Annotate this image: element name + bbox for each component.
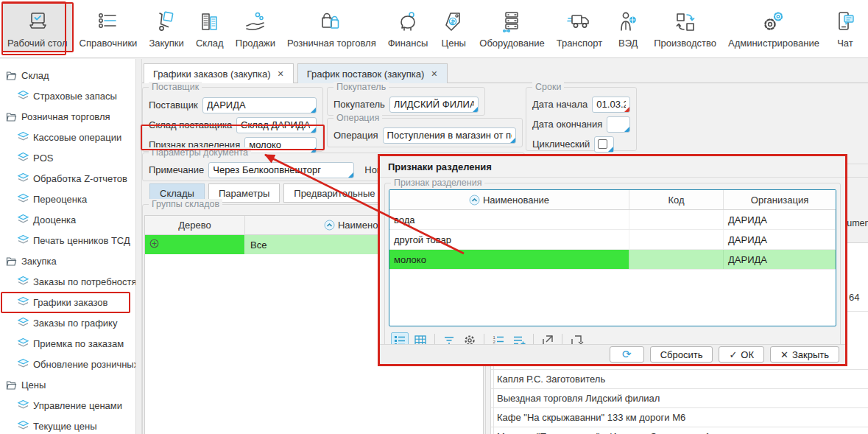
sidebar-item[interactable]: Дооценка [0, 209, 135, 230]
sidebar-item[interactable]: Обновление розничных [0, 354, 135, 374]
background-table-row[interactable]: Кафе "На скрыжаванни" 133 км дороги М6 [491, 408, 868, 427]
column-header-name[interactable]: Наименование [389, 190, 629, 209]
tab-close-icon[interactable]: ✕ [278, 69, 284, 79]
sidebar-item[interactable]: Заказы по графику [0, 312, 135, 333]
dropdown-corner-icon [510, 138, 515, 143]
end-date-input[interactable] [607, 116, 630, 133]
start-date-label: Дата начала [532, 99, 588, 110]
toolbar-item-desktop[interactable]: Рабочий стол [1, 2, 74, 52]
toolbar-item-label: Закупки [149, 38, 183, 49]
toolbar-item-transport[interactable]: Транспорт [551, 2, 609, 52]
start-date-input[interactable]: 01.03.20 [592, 97, 630, 113]
doc-params-group-title: Параметры документа [149, 147, 251, 158]
toolbar-item-label: Цены [442, 38, 466, 49]
folder-icon [5, 69, 18, 81]
toolbar-item-label: Розничная торговля [287, 38, 376, 49]
background-table-row[interactable]: Выездная торговля Лидский филиал [491, 389, 868, 408]
toolbar-item-sales[interactable]: Продажи [230, 2, 281, 52]
administration-icon [760, 7, 788, 37]
equipment-icon [498, 7, 526, 37]
background-table-row[interactable]: Капля Р.С. Заготовитель [491, 370, 868, 389]
sidebar-item[interactable]: Розничная торговля [0, 106, 135, 127]
dialog-table-row[interactable]: водаДАРИДА [389, 210, 836, 230]
sidebar-item[interactable]: Приемка по заказам [0, 333, 135, 354]
toolbar-item-equipment[interactable]: Оборудование [473, 2, 550, 52]
sidebar-item-label: Цены [21, 379, 46, 391]
sidebar-item[interactable]: Печать ценников ТСД [0, 230, 135, 251]
tree-expander-cell[interactable] [145, 235, 245, 254]
close-button[interactable]: ✕Закрыть [770, 346, 839, 363]
toolbar-item-administration[interactable]: Администрирование [722, 2, 825, 52]
reset-button[interactable]: Сбросить [650, 346, 713, 363]
tab-close-icon[interactable]: ✕ [431, 69, 437, 79]
operation-label: Операция [334, 130, 378, 141]
cell-code [629, 230, 724, 249]
sidebar-item[interactable]: Графики заказов [0, 292, 135, 312]
toolbar-item-chat[interactable]: Чат [825, 2, 865, 52]
toolbar-item-catalog[interactable]: Справочники [74, 2, 144, 52]
sidebar-item[interactable]: Страховые запасы [0, 85, 135, 106]
ok-button[interactable]: ✓ОК [719, 346, 764, 363]
refresh-icon: ⟳ [622, 348, 632, 361]
dialog-group: Признак разделения Наименование Код Орга… [384, 183, 841, 346]
toolbar-item-purchases[interactable]: Закупки [143, 2, 189, 52]
sidebar-scrollbar[interactable] [135, 59, 142, 434]
toolbar-item-label: Транспорт [557, 38, 603, 49]
layers-icon [17, 193, 30, 205]
sidebar-item[interactable]: Закупка [0, 251, 135, 271]
supplier-warehouse-input[interactable]: Склад ДАРИДА [236, 117, 317, 133]
column-header-org[interactable]: Организация [724, 190, 836, 209]
cell-name: молоко [389, 250, 629, 269]
operation-input[interactable]: Поступления в магазин от поставщика [383, 127, 516, 144]
layers-icon [17, 234, 30, 246]
toolbar-item-production[interactable]: Производство [648, 2, 722, 52]
toolbar-item-retail[interactable]: Розничная торговля [281, 2, 382, 52]
sidebar-item[interactable]: Цены [0, 374, 135, 395]
sidebar-item[interactable]: Обработка Z-отчетов [0, 168, 135, 189]
toolbar-item-warehouse[interactable]: Склад [190, 2, 230, 52]
layers-icon [17, 214, 30, 225]
sidebar-item-label: Обновление розничных [33, 359, 135, 370]
sidebar-item[interactable]: POS [0, 147, 135, 168]
sort-asc-icon [469, 195, 480, 206]
sidebar-item-label: Дооценка [33, 214, 76, 225]
supplier-input[interactable]: ДАРИДА [202, 97, 317, 113]
desktop-icon [24, 7, 52, 37]
toolbar-item-finance[interactable]: Финансы [382, 2, 434, 52]
refresh-button[interactable]: ⟳ [610, 346, 644, 363]
transport-icon [565, 7, 593, 37]
sidebar-item[interactable]: Кассовые операции [0, 127, 135, 147]
sidebar-tree: СкладСтраховые запасыРозничная торговляК… [0, 59, 135, 434]
toolbar-item-account[interactable]: Учётная запис [865, 2, 868, 52]
division-sign-input[interactable]: молоко [244, 137, 317, 153]
buyer-group-title: Покупатель [334, 82, 389, 92]
expand-plus-icon[interactable] [149, 239, 159, 251]
sidebar-item[interactable]: Заказы по потребностям [0, 271, 135, 292]
dialog-footer: ⟳ Сбросить ✓ОК ✕Закрыть [380, 344, 845, 364]
sidebar-item[interactable]: Переоценка [0, 189, 135, 209]
note-input[interactable]: Через Белкоопвнешторг [208, 162, 354, 178]
layers-icon [17, 317, 30, 329]
background-table-row[interactable]: Магазин "Промтовары" г. Ивье ул. Энгельс… [491, 427, 868, 434]
column-header-code[interactable]: Код [629, 190, 724, 209]
toolbar-item-foreign-trade[interactable]: ВЭД [608, 2, 648, 52]
dropdown-corner-icon [608, 147, 613, 152]
toolbar-item-prices[interactable]: Цены [434, 2, 473, 52]
sidebar-item-label: Текущие цены [33, 421, 97, 432]
sidebar-item[interactable]: Текущие цены [0, 416, 135, 434]
column-header-tree[interactable]: Дерево [145, 216, 245, 234]
dropdown-corner-icon [624, 127, 629, 132]
sidebar-item[interactable]: Склад [0, 65, 135, 85]
layers-icon [17, 420, 30, 432]
buyer-input[interactable]: ЛИДСКИЙ ФИЛИАЛ ГРО [389, 97, 479, 113]
cyclic-checkbox[interactable] [594, 136, 614, 153]
dialog-table-row[interactable]: другой товарДАРИДА [389, 230, 836, 250]
toolbar: Рабочий столСправочникиЗакупкиСкладПрода… [0, 0, 868, 58]
folder-icon [5, 379, 18, 391]
sidebar-item[interactable]: Управление ценами [0, 395, 135, 416]
dialog-table-row[interactable]: молокоДАРИДА [389, 250, 836, 270]
document-tab[interactable]: График поставок (закупка)✕ [297, 63, 448, 83]
folder-icon [5, 111, 18, 122]
document-tab[interactable]: Графики заказов (закупка)✕ [144, 63, 294, 83]
sidebar-item-label: Приемка по заказам [33, 338, 124, 349]
